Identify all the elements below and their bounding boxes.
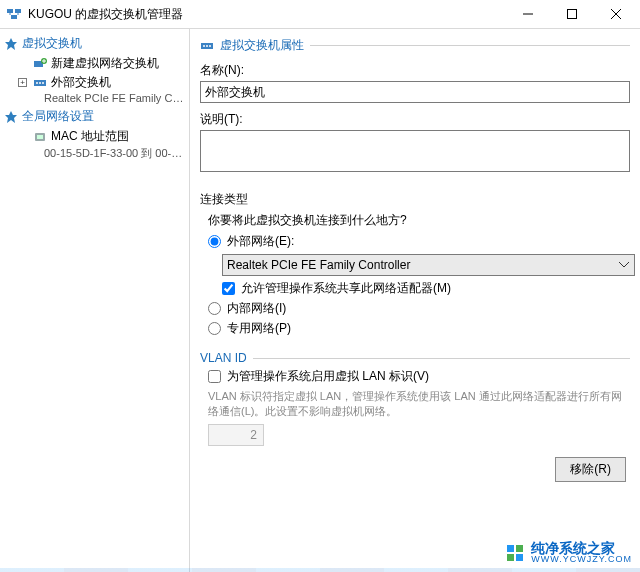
minimize-button[interactable] <box>506 0 550 28</box>
switch-add-icon <box>33 57 47 71</box>
section-title: 虚拟交换机 <box>22 35 82 52</box>
svg-rect-10 <box>42 82 44 84</box>
radio-internal-input[interactable] <box>208 302 221 315</box>
radio-external[interactable]: 外部网络(E): <box>208 233 630 250</box>
group-title: 虚拟交换机属性 <box>220 37 304 54</box>
desc-label: 说明(T): <box>200 111 630 128</box>
properties-panel: 虚拟交换机属性 名称(N): 说明(T): 连接类型 你要将此虚拟交换机连接到什… <box>190 29 640 572</box>
svg-rect-1 <box>15 9 21 13</box>
radio-private-label: 专用网络(P) <box>227 320 291 337</box>
adapter-select-wrap[interactable]: Realtek PCIe FE Family Controller <box>222 254 635 276</box>
svg-rect-13 <box>37 135 43 139</box>
switch-icon <box>33 76 47 90</box>
sidebar-section-global: 全局网络设置 <box>4 108 187 125</box>
svg-rect-3 <box>568 10 577 19</box>
sidebar-item-external-switch[interactable]: + 外部交换机 <box>2 73 187 92</box>
vlan-description: VLAN 标识符指定虚拟 LAN，管理操作系统使用该 LAN 通过此网络适配器进… <box>208 389 630 420</box>
svg-rect-21 <box>516 554 523 561</box>
radio-private-input[interactable] <box>208 322 221 335</box>
svg-rect-19 <box>516 545 523 552</box>
adapter-select[interactable]: Realtek PCIe FE Family Controller <box>222 254 635 276</box>
sidebar-item-mac-range-sub: 00-15-5D-1F-33-00 到 00-15-5D-1... <box>2 146 187 161</box>
nic-icon <box>33 130 47 144</box>
svg-rect-16 <box>206 45 208 47</box>
allow-os-share-checkbox[interactable] <box>222 282 235 295</box>
sidebar-section-vswitch: 虚拟交换机 <box>4 35 187 52</box>
desc-textarea[interactable] <box>200 130 630 172</box>
vlan-enable-label: 为管理操作系统启用虚拟 LAN 标识(V) <box>227 368 429 385</box>
connection-question: 你要将此虚拟交换机连接到什么地方? <box>208 212 630 229</box>
svg-rect-2 <box>11 15 17 19</box>
window-title: KUGOU 的虚拟交换机管理器 <box>28 6 506 23</box>
radio-external-label: 外部网络(E): <box>227 233 294 250</box>
window-buttons <box>506 0 638 28</box>
svg-rect-9 <box>39 82 41 84</box>
svg-marker-11 <box>5 111 17 123</box>
connection-type-title: 连接类型 <box>200 191 630 208</box>
vlan-header: VLAN ID <box>200 351 630 365</box>
vlan-title: VLAN ID <box>200 351 247 365</box>
divider <box>253 358 630 359</box>
app-icon <box>6 6 22 22</box>
star-icon <box>4 110 18 124</box>
sidebar: 虚拟交换机 新建虚拟网络交换机 + 外部交换机 Realtek PCIe FE … <box>0 29 190 572</box>
close-button[interactable] <box>594 0 638 28</box>
svg-rect-18 <box>507 545 514 552</box>
tree-label: 外部交换机 <box>51 74 111 91</box>
vlan-enable[interactable]: 为管理操作系统启用虚拟 LAN 标识(V) <box>208 368 630 385</box>
svg-marker-4 <box>5 38 17 50</box>
sidebar-item-external-switch-sub: Realtek PCIe FE Family Controller <box>2 92 187 104</box>
expand-icon[interactable]: + <box>18 78 27 87</box>
star-icon <box>4 37 18 51</box>
watermark-logo-icon <box>505 543 525 563</box>
vlan-id-input <box>208 424 264 446</box>
watermark: 纯净系统之家 WWW.YCWJZY.COM <box>505 541 632 564</box>
title-bar: KUGOU 的虚拟交换机管理器 <box>0 0 640 28</box>
switch-icon <box>200 39 214 53</box>
svg-rect-17 <box>209 45 211 47</box>
divider <box>310 45 630 46</box>
tree-label: 新建虚拟网络交换机 <box>51 55 159 72</box>
watermark-url: WWW.YCWJZY.COM <box>531 555 632 564</box>
radio-internal[interactable]: 内部网络(I) <box>208 300 630 317</box>
section-title: 全局网络设置 <box>22 108 94 125</box>
svg-rect-20 <box>507 554 514 561</box>
radio-internal-label: 内部网络(I) <box>227 300 286 317</box>
svg-rect-15 <box>203 45 205 47</box>
name-input[interactable] <box>200 81 630 103</box>
sidebar-item-new-vswitch[interactable]: 新建虚拟网络交换机 <box>2 54 187 73</box>
allow-os-share[interactable]: 允许管理操作系统共享此网络适配器(M) <box>222 280 630 297</box>
sidebar-item-mac-range[interactable]: MAC 地址范围 <box>2 127 187 146</box>
remove-button[interactable]: 移除(R) <box>555 457 626 482</box>
name-label: 名称(N): <box>200 62 630 79</box>
allow-os-share-label: 允许管理操作系统共享此网络适配器(M) <box>241 280 451 297</box>
svg-rect-8 <box>36 82 38 84</box>
radio-external-input[interactable] <box>208 235 221 248</box>
tree-label: MAC 地址范围 <box>51 128 129 145</box>
svg-rect-0 <box>7 9 13 13</box>
panel-group-header: 虚拟交换机属性 <box>200 37 630 54</box>
vlan-enable-checkbox[interactable] <box>208 370 221 383</box>
maximize-button[interactable] <box>550 0 594 28</box>
radio-private[interactable]: 专用网络(P) <box>208 320 630 337</box>
bottom-decoration <box>0 568 640 572</box>
